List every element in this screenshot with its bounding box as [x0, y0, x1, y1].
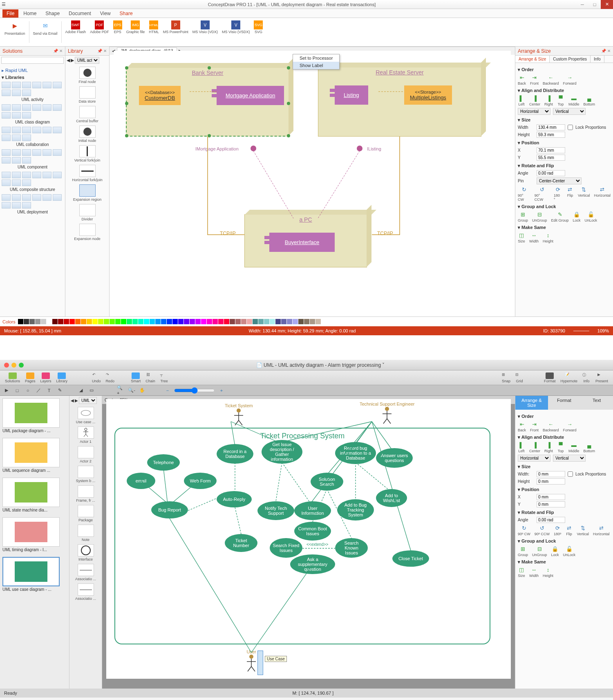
menu-view[interactable]: View: [96, 9, 115, 18]
tb-chain[interactable]: ⛓Chain: [144, 372, 157, 384]
lib2-actor1[interactable]: Actor 1: [71, 426, 100, 444]
zoomout-tool[interactable]: 🔍-: [128, 386, 136, 395]
artifact-customerdb[interactable]: <<Database>> CustomerDB: [139, 86, 181, 105]
visio-vsdx-button[interactable]: VMS Visio (VSDX): [221, 20, 251, 45]
ppt-button[interactable]: PMS PowerPoint: [162, 20, 190, 45]
angle-input[interactable]: [537, 170, 565, 176]
flip-h[interactable]: ⇄Horizontal: [594, 186, 611, 202]
lib-expansion-node[interactable]: Expansion node: [67, 224, 107, 241]
align-center[interactable]: ▐Center: [529, 95, 540, 106]
rot-180[interactable]: ⟳180 °: [554, 186, 562, 202]
uc-solution[interactable]: Solution Search: [311, 473, 343, 491]
color-swatch[interactable]: [98, 319, 103, 324]
color-swatch[interactable]: [58, 319, 63, 324]
zoom-slider[interactable]: [174, 387, 215, 394]
uc-bugreport[interactable]: Bug Report: [151, 501, 188, 518]
height-input-2[interactable]: [537, 478, 565, 485]
color-swatch[interactable]: [161, 319, 166, 324]
tb-library[interactable]: Library: [55, 372, 69, 384]
lib-final-node[interactable]: Final node: [67, 67, 107, 84]
sol-sequence[interactable]: UML sequence diagram ...: [2, 438, 67, 473]
color-swatch[interactable]: [264, 319, 269, 324]
tb-format[interactable]: Format: [542, 372, 557, 384]
flash-button[interactable]: SWFAdobe Flash: [64, 20, 87, 45]
menu-home[interactable]: Home: [19, 9, 40, 18]
same-height[interactable]: ↕Height: [543, 232, 553, 243]
solution-category[interactable]: ▸ Rapid UML: [2, 68, 63, 73]
lib-vfork[interactable]: Vertical fork/join: [67, 145, 107, 162]
lib-expansion[interactable]: Expansion region: [67, 184, 107, 202]
color-swatch[interactable]: [110, 319, 115, 324]
close-button[interactable]: ✕: [601, 0, 613, 9]
color-swatch[interactable]: [47, 319, 52, 324]
same-width[interactable]: ↔Width: [529, 232, 539, 243]
color-swatch[interactable]: [69, 319, 75, 324]
lib2-system[interactable]: System b ...: [71, 466, 100, 483]
zoom-level[interactable]: 109%: [597, 328, 609, 333]
tb-undo[interactable]: ↶Undo: [90, 372, 103, 384]
color-swatch[interactable]: [92, 319, 98, 324]
color-swatch[interactable]: [104, 319, 109, 324]
color-swatch[interactable]: [150, 319, 155, 324]
canvas[interactable]: Bank Server <<Database>> CustomerDB Mort…: [114, 51, 511, 304]
canvas-area-2[interactable]: Ticket System Technical Support Engineer…: [102, 396, 515, 689]
color-swatch[interactable]: [315, 319, 321, 324]
color-swatches[interactable]: /*colors rendered below*/: [18, 319, 613, 324]
color-swatch[interactable]: [144, 319, 149, 324]
color-swatch[interactable]: [132, 319, 138, 324]
tb-solutions[interactable]: Solutions: [3, 372, 22, 384]
uc-answer[interactable]: Answer users questions: [376, 448, 413, 468]
uc-recordbug[interactable]: Record bug information to a Database: [335, 442, 376, 464]
mac-zoom-button[interactable]: [19, 363, 24, 368]
tb-smart[interactable]: Smart: [129, 372, 142, 384]
color-swatch[interactable]: [201, 319, 206, 324]
flip-v[interactable]: ⇅Vertical: [578, 186, 590, 202]
uc-common[interactable]: Common Boot Issues: [294, 522, 331, 541]
graphic-button[interactable]: IMGGraphic file: [125, 20, 146, 45]
lib2-note[interactable]: Note: [71, 525, 100, 542]
svg-button[interactable]: SVGSVG: [253, 20, 264, 45]
uc-userinfo[interactable]: User Information: [294, 501, 331, 520]
color-swatch[interactable]: [87, 319, 92, 324]
color-swatch[interactable]: [127, 319, 132, 324]
lib2-interface[interactable]: Interface: [71, 544, 100, 561]
editgroup-btn[interactable]: ✎Edit Group: [551, 211, 569, 222]
align-middle[interactable]: ▬Middle: [568, 95, 579, 106]
lib-divider[interactable]: Divider: [67, 204, 107, 221]
tb-redo[interactable]: ↷Redo: [104, 372, 116, 384]
uc-wishlist[interactable]: Add to WishList: [376, 489, 407, 507]
menu-file[interactable]: File: [2, 9, 18, 18]
color-swatch[interactable]: [24, 319, 29, 324]
lib-fwd-icon[interactable]: ▶: [71, 58, 74, 63]
width-input-2[interactable]: [537, 471, 565, 477]
color-swatch[interactable]: [247, 319, 252, 324]
tb-tree[interactable]: ┬Tree: [159, 372, 170, 384]
tab-arrange-2[interactable]: Arrange & Size: [515, 396, 548, 410]
stroke-tool[interactable]: ▭: [87, 386, 96, 395]
color-swatch[interactable]: [224, 319, 229, 324]
color-swatch[interactable]: [155, 319, 161, 324]
dist-horiz[interactable]: Horizontal: [518, 108, 550, 115]
ctx-set-processor[interactable]: Set to Processor: [293, 54, 339, 62]
uc-notify[interactable]: Notify Tech Support: [257, 501, 294, 520]
color-swatch[interactable]: [178, 319, 183, 324]
lock-prop-2[interactable]: [568, 471, 573, 477]
interface-imortgage[interactable]: [251, 146, 256, 151]
y-input[interactable]: [537, 155, 565, 161]
color-swatch[interactable]: [258, 319, 264, 324]
actor-ticket-system[interactable]: Ticket System: [225, 403, 253, 426]
eps-button[interactable]: EPSEPS: [112, 20, 123, 45]
color-swatch[interactable]: [281, 319, 286, 324]
order-forward[interactable]: →Forward: [563, 74, 577, 85]
line-tool[interactable]: ／: [34, 386, 43, 395]
dist-vert[interactable]: Vertical: [553, 108, 586, 115]
uc-known[interactable]: Search Known Issues: [335, 538, 368, 558]
uc-ask[interactable]: Ask a supplementary question: [290, 554, 335, 574]
lib2-package[interactable]: Package: [71, 505, 100, 522]
color-swatch[interactable]: [230, 319, 235, 324]
color-swatch[interactable]: [18, 319, 23, 324]
color-swatch[interactable]: [235, 319, 241, 324]
color-swatch[interactable]: [287, 319, 292, 324]
tb-grid[interactable]: ⊟Grid: [514, 372, 525, 384]
sol-usecase[interactable]: UML use case diagram - ...: [2, 557, 67, 592]
